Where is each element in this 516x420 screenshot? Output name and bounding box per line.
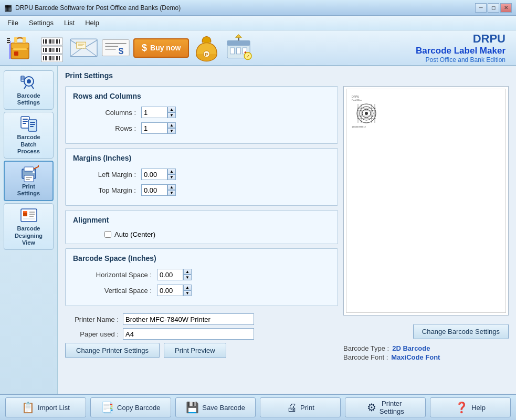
columns-up-button[interactable]: ▲ (167, 107, 176, 112)
right-column: DRPU Post Office (343, 86, 509, 361)
svg-rect-36 (52, 56, 54, 60)
help-button[interactable]: ❓ Help (430, 397, 511, 417)
menu-file[interactable]: File (2, 17, 24, 29)
restore-button[interactable]: ◻ (488, 3, 499, 13)
change-barcode-button[interactable]: Change Barcode Settings (413, 324, 509, 339)
banner-envelope-icon (69, 33, 98, 63)
banner-icons: $ $ Buy now P (0, 30, 258, 65)
rows-down-button[interactable]: ▼ (167, 128, 176, 134)
import-list-label: Import List (38, 404, 70, 412)
svg-rect-16 (48, 39, 48, 44)
rows-input[interactable] (141, 122, 167, 134)
columns-spinner[interactable]: ▲ ▼ (141, 107, 176, 118)
svg-rect-10 (7, 41, 10, 42)
svg-rect-12 (7, 43, 10, 44)
v-space-spinner[interactable]: ▲ ▼ (157, 285, 192, 296)
sidebar-item-designing-view[interactable]: BarcodeDesigningView (4, 203, 54, 250)
minimize-button[interactable]: ─ (475, 3, 487, 13)
menu-settings[interactable]: Settings (24, 17, 59, 29)
svg-rect-7 (7, 38, 10, 39)
left-margin-input[interactable] (141, 169, 167, 180)
v-space-spinner-buttons: ▲ ▼ (183, 285, 192, 296)
svg-rect-20 (56, 39, 58, 44)
banner-bag-icon (5, 33, 34, 63)
sidebar-batch-process-label: BarcodeBatchProcess (17, 134, 40, 155)
barcode-type-value: 2D Barcode (392, 344, 430, 352)
buy-now-button[interactable]: $ Buy now (133, 38, 189, 58)
sidebar-item-barcode-settings[interactable]: BarcodeSettings (4, 70, 54, 110)
menu-help[interactable]: Help (80, 17, 104, 29)
import-list-icon: 📋 (22, 401, 35, 414)
logo-sub: Post Office and Bank Edition (416, 56, 506, 64)
import-list-button[interactable]: 📋 Import List (5, 397, 86, 417)
barcode-space-title: Barcode Space (Inches) (73, 254, 330, 262)
page-title: Print Settings (65, 71, 509, 80)
close-button[interactable]: ✕ (500, 3, 512, 13)
rows-up-button[interactable]: ▲ (167, 122, 176, 128)
svg-rect-29 (56, 48, 58, 52)
v-space-up-button[interactable]: ▲ (183, 285, 192, 290)
svg-rect-77 (30, 126, 34, 127)
auto-center-label: Auto (Center) (114, 230, 155, 238)
svg-rect-57 (237, 48, 241, 54)
svg-rect-82 (26, 179, 30, 180)
svg-rect-79 (24, 167, 34, 171)
svg-rect-76 (30, 124, 35, 125)
action-buttons: Change Printer Settings Print Preview (65, 343, 338, 358)
print-preview-button[interactable]: Print Preview (164, 343, 226, 358)
banner-logo: DRPU Barcode Label Maker Post Office and… (416, 32, 516, 64)
main-layout: BarcodeSettings BarcodeBatchProcess (0, 66, 516, 394)
left-margin-up-button[interactable]: ▲ (167, 169, 176, 174)
top-margin-up-button[interactable]: ▲ (167, 184, 176, 190)
sidebar-item-print-settings[interactable]: PrintSettings (4, 161, 54, 201)
rows-columns-section: Rows and Columns Columns : ▲ ▼ (65, 86, 338, 144)
preview-inner: DRPU Post Office (346, 89, 506, 313)
svg-rect-26 (49, 48, 51, 52)
save-barcode-button[interactable]: 💾 Save Barcode (175, 397, 256, 417)
svg-rect-17 (49, 39, 51, 44)
columns-input[interactable] (141, 107, 167, 118)
menu-list[interactable]: List (59, 17, 80, 29)
svg-text:123456789012: 123456789012 (352, 125, 366, 128)
printer-info: Printer Name : Paper used : Change Print… (65, 310, 338, 361)
left-margin-spinner[interactable]: ▲ ▼ (141, 169, 176, 180)
v-space-input[interactable] (157, 285, 183, 296)
content-area: Print Settings Rows and Columns Columns … (58, 66, 516, 394)
paper-used-input[interactable] (123, 328, 254, 340)
h-space-input[interactable] (157, 269, 183, 280)
change-printer-button[interactable]: Change Printer Settings (65, 343, 160, 358)
h-space-label: Horizontal Space : (73, 271, 157, 279)
top-margin-input[interactable] (141, 184, 167, 196)
auto-center-checkbox[interactable] (104, 231, 111, 238)
v-space-row: Vertical Space : ▲ ▼ (73, 285, 330, 296)
top-margin-down-button[interactable]: ▼ (167, 190, 176, 196)
barcode-font-row: Barcode Font : MaxiCode Font (343, 353, 509, 361)
copy-barcode-button[interactable]: 📑 Copy Barcode (90, 397, 171, 417)
columns-down-button[interactable]: ▼ (167, 112, 176, 118)
svg-rect-15 (45, 39, 47, 44)
h-space-spinner[interactable]: ▲ ▼ (157, 269, 192, 280)
help-label: Help (471, 404, 486, 412)
svg-line-84 (34, 166, 39, 169)
paper-used-row: Paper used : (65, 328, 338, 340)
header-banner: $ $ Buy now P (0, 30, 516, 66)
rows-spinner[interactable]: ▲ ▼ (141, 122, 176, 134)
left-margin-down-button[interactable]: ▼ (167, 174, 176, 180)
svg-rect-19 (55, 39, 55, 44)
printer-name-input[interactable] (123, 313, 254, 325)
h-space-down-button[interactable]: ▼ (183, 275, 192, 280)
top-margin-spinner[interactable]: ▲ ▼ (141, 184, 176, 196)
h-space-up-button[interactable]: ▲ (183, 269, 192, 275)
logo-title: Barcode Label Maker (416, 46, 506, 56)
print-button[interactable]: 🖨 Print (260, 397, 341, 417)
printer-settings-button[interactable]: ⚙ PrinterSettings (345, 397, 426, 417)
banner-postbag-icon: P (192, 33, 221, 63)
svg-rect-2 (14, 37, 17, 43)
rows-columns-title: Rows and Columns (73, 92, 330, 100)
banner-check-icon: $ (101, 33, 130, 63)
barcode-preview-content: DRPU Post Office (346, 89, 506, 136)
sidebar-item-batch-process[interactable]: BarcodeBatchProcess (4, 112, 54, 159)
window-title: DRPU Barcode Software for Post Office an… (15, 4, 181, 12)
v-space-down-button[interactable]: ▼ (183, 290, 192, 296)
save-barcode-icon: 💾 (186, 401, 199, 414)
